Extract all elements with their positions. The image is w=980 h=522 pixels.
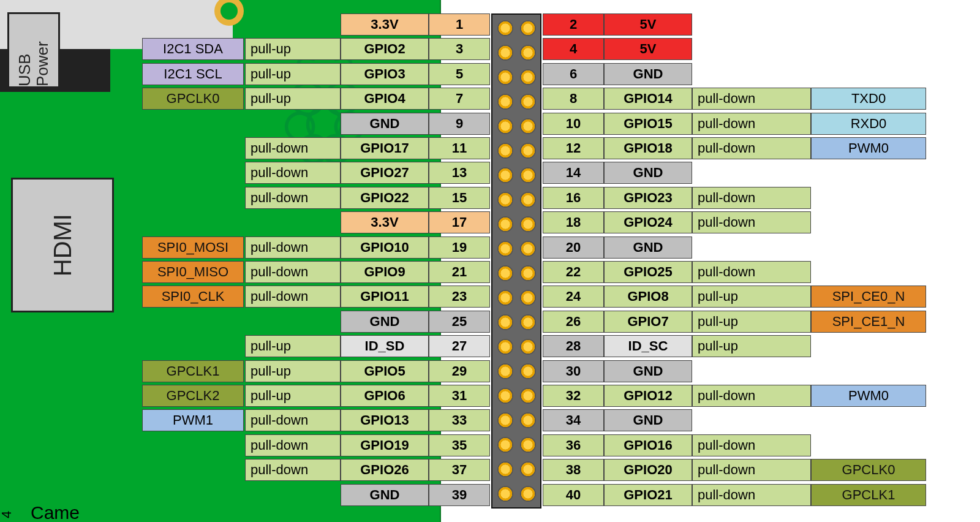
pin-number: 9 [429,113,490,135]
pin-alt: GPCLK0 [811,459,926,481]
header-pin [497,241,513,257]
pin-number: 38 [543,459,604,481]
header-pin [520,363,536,379]
pin-number: 24 [543,286,604,308]
header-pin [520,20,536,36]
pin-name: GPIO11 [341,286,429,308]
header-pin [520,143,536,159]
pin-name: GPIO27 [341,162,429,184]
pin-number: 16 [543,187,604,209]
pin-alt: SPI0_MOSI [142,236,244,259]
pin-pull: pull-down [692,434,811,456]
pin-name: 3.3V [341,13,429,36]
pin-number: 4 [543,38,604,60]
pin-pull: pull-down [245,261,341,283]
pin-name: GND [341,113,429,135]
usb-power-label: USB Power [16,14,51,86]
pin-number: 29 [429,360,490,382]
pin-pull: pull-down [692,113,811,135]
pin-pull: pull-down [692,459,811,481]
pin-alt: SPI_CE0_N [811,286,926,308]
pin-number: 3 [429,38,490,60]
pin-name: GPIO7 [604,311,692,333]
pin-alt: I2C1 SCL [142,63,244,85]
page-number: 4 [0,511,15,518]
header-pin [520,290,536,306]
pin-number: 11 [429,137,490,159]
pin-pull: pull-up [245,63,341,85]
pin-number: 34 [543,409,604,431]
hdmi-port: HDMI [11,178,114,312]
header-pin [497,265,513,281]
pin-pull: pull-down [692,137,811,159]
pin-name: GPIO8 [604,286,692,308]
pin-number: 27 [429,335,490,357]
header-pin [520,118,536,134]
header-pin [497,143,513,159]
pin-name: GPIO16 [604,434,692,456]
pin-pull: pull-down [692,484,811,506]
header-pin [520,241,536,257]
header-pin [497,216,513,232]
pin-alt: PWM0 [811,385,926,407]
pin-number: 17 [429,211,490,233]
pin-number: 5 [429,63,490,85]
pin-alt: PWM0 [811,137,926,159]
pin-number: 28 [543,335,604,357]
pin-number: 35 [429,434,490,456]
header-pin [497,388,513,404]
pin-alt: GPCLK1 [811,484,926,506]
pin-number: 33 [429,409,490,431]
pin-number: 21 [429,261,490,283]
header-pin [497,167,513,183]
pin-name: GPIO25 [604,261,692,283]
header-pin [520,69,536,85]
pin-number: 1 [429,13,490,36]
pin-pull: pull-down [245,187,341,209]
header-pin [497,69,513,85]
pin-number: 20 [543,236,604,259]
pin-name: GPIO22 [341,187,429,209]
pin-name: ID_SC [604,335,692,357]
pin-name: GPIO2 [341,38,429,60]
pin-number: 30 [543,360,604,382]
header-pin [497,45,513,61]
header-pin [497,192,513,208]
pin-name: GPIO17 [341,137,429,159]
pin-name: GPIO13 [341,409,429,431]
header-pin [520,388,536,404]
header-pin [520,94,536,110]
pin-pull: pull-up [245,360,341,382]
header-pin [497,20,513,36]
pin-name: 5V [604,38,692,60]
pin-name: ID_SD [341,335,429,357]
pin-name: GPIO5 [341,360,429,382]
pin-number: 39 [429,484,490,506]
pin-name: GND [604,162,692,184]
pin-pull: pull-up [692,311,811,333]
pin-number: 23 [429,286,490,308]
header-pin [520,339,536,355]
pin-pull: pull-up [245,88,341,110]
pin-alt: SPI0_CLK [142,286,244,308]
pin-pull: pull-up [245,38,341,60]
pin-number: 26 [543,311,604,333]
pin-number: 15 [429,187,490,209]
pin-pull: pull-down [245,162,341,184]
pin-name: GPIO4 [341,88,429,110]
pin-alt: TXD0 [811,88,926,110]
pin-name: GPIO18 [604,137,692,159]
pin-pull: pull-up [245,385,341,407]
pin-pull: pull-up [692,335,811,357]
pin-name: 3.3V [341,211,429,233]
header-pin [520,192,536,208]
pin-alt: SPI_CE1_N [811,311,926,333]
pin-name: GND [604,63,692,85]
usb-power-port: USB Power [7,12,60,88]
pin-pull: pull-up [245,335,341,357]
pin-number: 19 [429,236,490,259]
pin-name: GPIO14 [604,88,692,110]
gpio-header [491,13,541,509]
header-pin [497,94,513,110]
pin-pull: pull-down [245,409,341,431]
